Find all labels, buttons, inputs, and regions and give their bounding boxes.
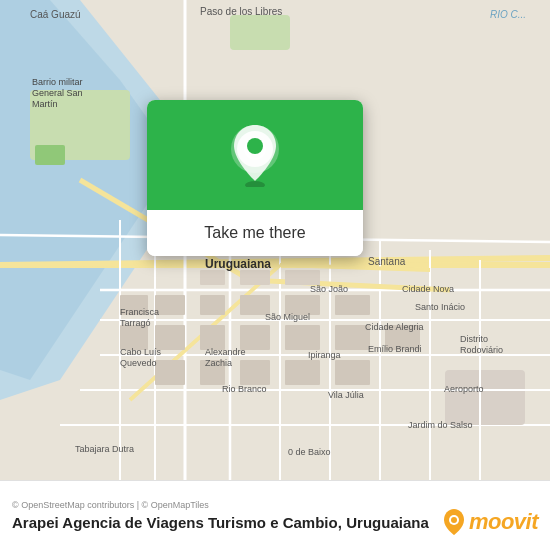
svg-rect-46 xyxy=(335,360,370,385)
svg-rect-40 xyxy=(285,325,320,350)
svg-text:Cabo Luís: Cabo Luís xyxy=(120,347,162,357)
svg-text:Tabajara Dutra: Tabajara Dutra xyxy=(75,444,134,454)
moovit-pin-icon xyxy=(443,508,465,536)
svg-rect-37 xyxy=(335,295,370,315)
svg-rect-33 xyxy=(285,270,320,285)
svg-text:0 de Baixo: 0 de Baixo xyxy=(288,447,331,457)
moovit-text: moovit xyxy=(469,509,538,535)
take-me-there-button[interactable]: Take me there xyxy=(163,224,347,242)
svg-text:Quevedo: Quevedo xyxy=(120,358,157,368)
place-sub: Uruguaiana xyxy=(346,514,429,531)
svg-text:São João: São João xyxy=(310,284,348,294)
svg-text:Martín: Martín xyxy=(32,99,58,109)
svg-rect-5 xyxy=(35,145,65,165)
svg-text:Rodoviário: Rodoviário xyxy=(460,345,503,355)
svg-text:Santana: Santana xyxy=(368,256,406,267)
svg-text:General San: General San xyxy=(32,88,83,98)
svg-text:Alexandre: Alexandre xyxy=(205,347,246,357)
svg-rect-44 xyxy=(240,360,270,385)
svg-text:Santo Inácio: Santo Inácio xyxy=(415,302,465,312)
location-pin-icon xyxy=(229,123,281,187)
svg-text:Caá Guazú: Caá Guazú xyxy=(30,9,81,20)
svg-point-86 xyxy=(451,517,457,523)
svg-rect-47 xyxy=(155,295,185,315)
map: RIO C... xyxy=(0,0,550,480)
svg-point-80 xyxy=(245,181,265,187)
svg-rect-32 xyxy=(240,270,270,285)
svg-text:Zachia: Zachia xyxy=(205,358,232,368)
svg-rect-31 xyxy=(200,270,225,285)
svg-text:Rio Branco: Rio Branco xyxy=(222,384,267,394)
svg-text:Francisca: Francisca xyxy=(120,307,159,317)
svg-text:Ipiranga: Ipiranga xyxy=(308,350,341,360)
svg-text:Barrio militar: Barrio militar xyxy=(32,77,83,87)
svg-text:Uruguaiana: Uruguaiana xyxy=(205,257,271,271)
svg-text:Cidade Nova: Cidade Nova xyxy=(402,284,454,294)
popup-card: Take me there xyxy=(147,100,363,256)
bottom-bar: © OpenStreetMap contributors | © OpenMap… xyxy=(0,480,550,550)
svg-text:Jardim do Salso: Jardim do Salso xyxy=(408,420,473,430)
place-name: Arapei Agencia de Viagens Turismo e Camb… xyxy=(12,514,342,531)
svg-text:Aeroporto: Aeroporto xyxy=(444,384,484,394)
svg-text:RIO C...: RIO C... xyxy=(490,9,526,20)
svg-point-84 xyxy=(247,138,263,154)
svg-rect-6 xyxy=(230,15,290,50)
svg-text:Tarragó: Tarragó xyxy=(120,318,151,328)
svg-rect-45 xyxy=(285,360,320,385)
svg-text:São Miguel: São Miguel xyxy=(265,312,310,322)
svg-text:Vila Júlia: Vila Júlia xyxy=(328,390,364,400)
svg-rect-28 xyxy=(445,370,525,425)
moovit-logo: moovit xyxy=(443,508,538,536)
svg-rect-49 xyxy=(155,360,185,385)
svg-rect-34 xyxy=(200,295,225,315)
popup-button-area: Take me there xyxy=(147,210,363,256)
svg-text:Cidade Alegria: Cidade Alegria xyxy=(365,322,424,332)
svg-text:Paso de los Libres: Paso de los Libres xyxy=(200,6,282,17)
svg-text:Emílio Brandi: Emílio Brandi xyxy=(368,344,422,354)
svg-text:Distrito: Distrito xyxy=(460,334,488,344)
popup-header xyxy=(147,100,363,210)
